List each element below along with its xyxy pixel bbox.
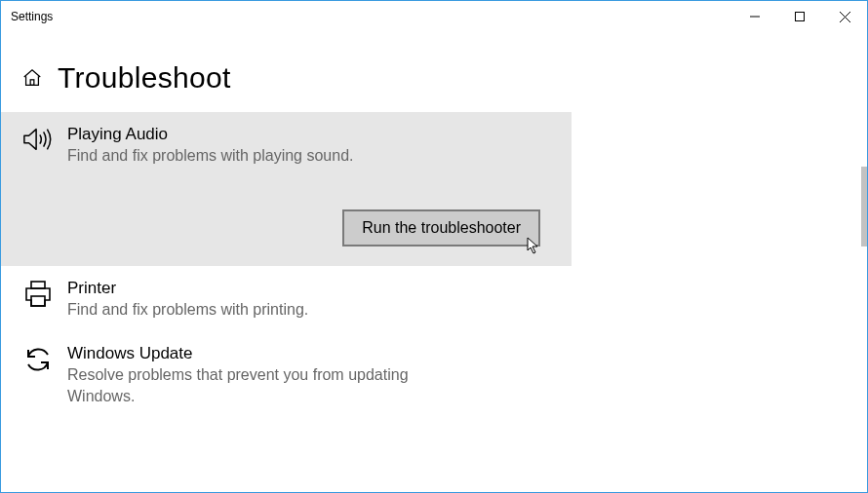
troubleshoot-item-playing-audio[interactable]: Playing Audio Find and fix problems with… [1, 112, 572, 266]
speaker-icon [20, 124, 56, 159]
item-text: Playing Audio Find and fix problems with… [67, 124, 552, 167]
close-button[interactable] [822, 1, 867, 32]
troubleshoot-item-printer[interactable]: Printer Find and fix problems with print… [1, 266, 572, 332]
item-title: Windows Update [67, 343, 552, 364]
item-description: Find and fix problems with printing. [67, 299, 477, 321]
maximize-button[interactable] [777, 1, 822, 32]
item-title: Playing Audio [67, 124, 552, 145]
run-troubleshooter-button[interactable]: Run the troubleshooter [342, 209, 540, 246]
svg-rect-6 [31, 296, 45, 306]
item-description: Find and fix problems with playing sound… [67, 145, 477, 167]
svg-rect-1 [796, 13, 805, 21]
sync-icon [20, 343, 56, 378]
page-header: Troubleshoot [1, 32, 867, 112]
scrollbar-thumb[interactable] [861, 167, 867, 246]
window-controls [732, 1, 867, 32]
item-text: Printer Find and fix problems with print… [67, 278, 552, 321]
svg-rect-5 [31, 282, 45, 288]
window-title: Settings [11, 10, 53, 23]
settings-window: Settings Troubleshoot [0, 0, 868, 493]
item-title: Printer [67, 278, 552, 299]
printer-icon [20, 278, 56, 313]
item-description: Resolve problems that prevent you from u… [67, 364, 477, 406]
troubleshoot-item-windows-update[interactable]: Windows Update Resolve problems that pre… [1, 331, 572, 418]
svg-rect-4 [30, 80, 34, 86]
item-text: Windows Update Resolve problems that pre… [67, 343, 552, 406]
troubleshoot-list: Playing Audio Find and fix problems with… [1, 112, 867, 419]
minimize-button[interactable] [732, 1, 777, 32]
titlebar: Settings [1, 1, 867, 32]
home-icon[interactable] [20, 66, 44, 90]
page-title: Troubleshoot [58, 61, 231, 95]
